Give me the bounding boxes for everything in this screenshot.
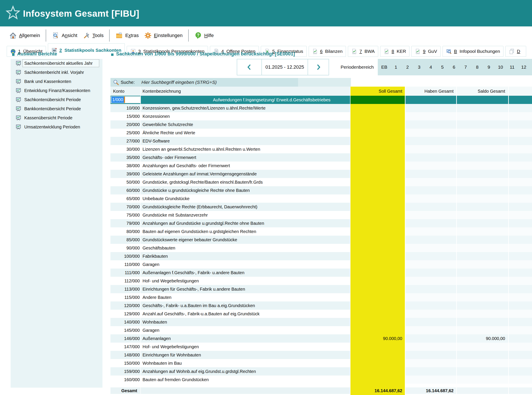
konto-cell[interactable]: 25/000 — [110, 129, 140, 137]
account-row-35/000[interactable]: 35/000Geschäfts- oder Firmenwert — [110, 153, 532, 162]
account-row-39/000[interactable]: 39/000Geleistete Anzahlungen auf immat.V… — [110, 170, 532, 178]
haben-cell[interactable] — [406, 302, 456, 310]
soll-cell[interactable] — [351, 343, 405, 351]
saldo-cell[interactable] — [457, 178, 508, 186]
soll-cell[interactable] — [351, 318, 405, 326]
soll-cell[interactable] — [351, 137, 405, 145]
account-row-20/000[interactable]: 20/000Gewerbliche Schutzrechte — [110, 121, 532, 129]
account-row-113/000[interactable]: 113/000Einrichtungen für Geschäfts-, Fab… — [110, 285, 532, 293]
account-row-60/000[interactable]: 60/000Grundstücke u.grundstücksgleiche R… — [110, 186, 532, 194]
name-cell[interactable]: Anzahl.auf Geschäfts-, Fabrik-u.a.Bauten… — [141, 310, 350, 318]
next-period-button[interactable] — [307, 59, 329, 75]
saldo-cell[interactable] — [457, 285, 508, 293]
saldo-cell[interactable] — [457, 318, 508, 326]
konto-cell[interactable]: 111/000 — [110, 269, 140, 277]
menu-item-einstellungen[interactable]: Einstellungen — [142, 32, 185, 39]
name-cell[interactable]: Grundstücke, grdstcksgl.Rechte/Bauten ei… — [141, 178, 350, 186]
saldo-cell[interactable] — [457, 112, 508, 121]
konto-cell[interactable]: 129/000 — [110, 310, 140, 318]
haben-cell[interactable] — [406, 219, 456, 227]
name-cell[interactable]: Geschäfts- oder Firmenwert — [141, 153, 350, 162]
search-input-area[interactable] — [298, 78, 351, 87]
tab-8-ker[interactable]: 8 KER — [380, 46, 410, 57]
account-row-25/000[interactable]: 25/000Ähnliche Rechte und Werte — [110, 129, 532, 137]
haben-cell[interactable] — [406, 137, 456, 145]
soll-cell[interactable] — [351, 121, 405, 129]
saldo-cell[interactable] — [457, 186, 508, 194]
haben-cell[interactable] — [406, 104, 456, 112]
account-row-110/000[interactable]: 110/000Garagen — [110, 260, 532, 269]
konto-cell[interactable]: 150/000 — [110, 359, 140, 367]
haben-cell[interactable] — [406, 186, 456, 194]
soll-cell[interactable] — [351, 351, 405, 359]
konto-cell[interactable]: 65/000 — [110, 194, 140, 203]
name-cell[interactable]: Bauten auf eigenen Grundstücken u.grdstg… — [141, 227, 350, 236]
tab-B-infopool-buchungen[interactable]: B Infopool Buchungen — [443, 46, 504, 57]
report-item-5[interactable]: Sachkontenübersicht Periode — [11, 95, 103, 104]
report-item-3[interactable]: Bank und Kassenkonten — [11, 77, 103, 86]
saldo-cell[interactable] — [457, 343, 508, 351]
saldo-cell[interactable] — [457, 244, 508, 252]
account-row-10/000[interactable]: 10/000Konzessionen, gew.Schutzrechte/Liz… — [110, 104, 532, 112]
soll-cell[interactable] — [351, 293, 405, 302]
name-cell[interactable]: EDV-Software — [141, 137, 350, 145]
konto-cell[interactable]: 75/000 — [110, 211, 140, 219]
saldo-cell[interactable] — [457, 211, 508, 219]
saldo-cell[interactable] — [457, 359, 508, 367]
period-eb[interactable]: EB — [381, 65, 387, 70]
soll-cell[interactable] — [351, 302, 405, 310]
period-9[interactable]: 9 — [486, 65, 492, 70]
menu-item-ansicht[interactable]: Ansicht — [49, 32, 80, 39]
period-4[interactable]: 4 — [428, 65, 434, 70]
account-row-159/000[interactable]: 159/000Anzahlungen auf Wohnb.auf eig.Gru… — [110, 367, 532, 375]
name-cell[interactable]: Anzahlungen auf Wohnb.auf eig.Grundst.u.… — [141, 367, 350, 375]
period-range[interactable]: 01.2025 - 12.2025 — [262, 59, 307, 75]
saldo-cell[interactable] — [457, 203, 508, 211]
haben-cell[interactable] — [406, 260, 456, 269]
account-row-30/000[interactable]: 30/000Lizenzen an gewerbl.Schutzrechten … — [110, 145, 532, 153]
saldo-cell[interactable] — [457, 375, 508, 384]
account-row-150/000[interactable]: 150/000Wohnbauten im Bau — [110, 359, 532, 367]
account-row-65/000[interactable]: 65/000Unbebaute Grundstücke — [110, 194, 532, 203]
account-row-27/000[interactable]: 27/000EDV-Software — [110, 137, 532, 145]
saldo-cell[interactable] — [457, 194, 508, 203]
name-cell[interactable]: Grundstückswerte eigener bebauter Grunds… — [141, 236, 350, 244]
name-cell[interactable]: Fabrikbauten — [141, 252, 350, 260]
period-3[interactable]: 3 — [416, 65, 422, 70]
soll-cell[interactable] — [351, 170, 405, 178]
haben-cell[interactable] — [406, 318, 456, 326]
name-cell[interactable]: Wohnbauten — [141, 318, 350, 326]
konto-cell[interactable]: 85/000 — [110, 236, 140, 244]
haben-cell[interactable] — [406, 178, 456, 186]
konto-cell[interactable]: 27/000 — [110, 137, 140, 145]
name-cell[interactable]: Gewerbliche Schutzrechte — [141, 121, 350, 129]
haben-cell[interactable] — [406, 112, 456, 121]
account-row-115/000[interactable]: 115/000Andere Bauten — [110, 293, 532, 302]
haben-cell[interactable] — [406, 153, 456, 162]
name-cell[interactable]: Grundstücke mit Substanzverzehr — [141, 211, 350, 219]
name-cell[interactable]: Unbebaute Grundstücke — [141, 194, 350, 203]
name-cell[interactable]: Hof- und Wegebefestigungen — [141, 277, 350, 285]
name-cell[interactable]: Außenanlagen f.Geschäfts-, Fabrik- u.and… — [141, 269, 350, 277]
saldo-cell[interactable] — [457, 104, 508, 112]
konto-cell[interactable]: 113/000 — [110, 285, 140, 293]
saldo-cell[interactable] — [457, 351, 508, 359]
account-row-147/000[interactable]: 147/000Hof- und Wegebefestigungen — [110, 343, 532, 351]
account-row-50/000[interactable]: 50/000Grundstücke, grdstcksgl.Rechte/Bau… — [110, 178, 532, 186]
period-1[interactable]: 1 — [393, 65, 399, 70]
saldo-cell[interactable] — [457, 137, 508, 145]
haben-cell[interactable] — [406, 129, 456, 137]
report-item-6[interactable]: Bankkontenübersicht Periode — [11, 104, 103, 114]
konto-cell[interactable]: 30/000 — [110, 145, 140, 153]
selected-name-cell[interactable]: Aufwendungen f.Ingangsetzung/ Erweit.d.G… — [141, 96, 350, 104]
menu-item-extras[interactable]: Extras — [113, 32, 141, 39]
konto-cell[interactable]: 110/000 — [110, 260, 140, 269]
soll-cell[interactable] — [351, 211, 405, 219]
haben-cell[interactable] — [406, 227, 456, 236]
column-header-konto[interactable]: Konto — [110, 87, 140, 96]
soll-cell[interactable] — [351, 269, 405, 277]
konto-cell[interactable]: 20/000 — [110, 121, 140, 129]
soll-cell[interactable] — [351, 310, 405, 318]
konto-cell[interactable]: 10/000 — [110, 104, 140, 112]
period-5[interactable]: 5 — [439, 65, 445, 70]
